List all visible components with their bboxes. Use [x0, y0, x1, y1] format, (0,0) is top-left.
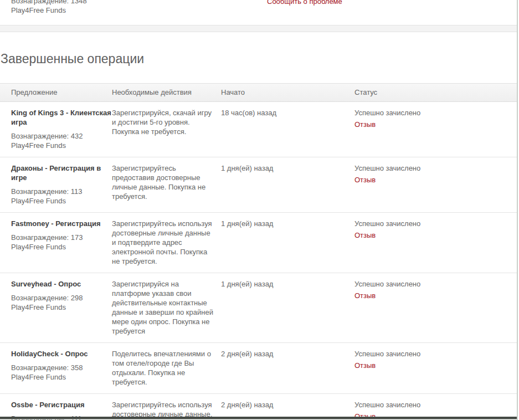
table-row: Fastmoney - Регистрация Вознаграждение: …	[0, 213, 517, 273]
table-header-row: Предложение Необходимые действия Начато …	[0, 83, 517, 102]
started-time: 1 дня(ей) назад	[221, 163, 354, 173]
offer-title: HolidayCheck - Опрос	[11, 349, 112, 358]
column-header-started: Начато	[221, 84, 354, 96]
previous-offer-reward: Вознаграждение: 1348 Play4Free Funds	[11, 0, 111, 15]
page: Вознаграждение: 1348 Play4Free Funds Соо…	[0, 0, 518, 420]
previous-table-footer-band	[0, 25, 517, 32]
started-time: 2 дня(ей) назад	[221, 400, 354, 409]
started-time: 2 дня(ей) назад	[221, 349, 354, 358]
offer-reward: Вознаграждение: 113 Play4Free Funds	[11, 187, 112, 206]
report-problem-link[interactable]: Сообщить о проблеме	[267, 0, 342, 6]
completed-operations-table: Предложение Необходимые действия Начато …	[0, 83, 517, 420]
column-header-offer: Предложение	[0, 84, 112, 96]
started-time: 1 дня(ей) назад	[221, 219, 354, 228]
table-row: HolidayCheck - Опрос Вознаграждение: 358…	[0, 343, 517, 394]
review-link[interactable]: Отзыв	[354, 361, 376, 370]
table-row: Драконы - Регистрация в игре Вознагражде…	[0, 157, 517, 213]
offer-title: Surveyhead - Опрос	[11, 279, 112, 289]
column-header-status: Статус	[354, 84, 517, 96]
required-action: Зарегистрируйтесь используя достоверные …	[112, 219, 221, 266]
offer-title: Fastmoney - Регистрация	[11, 219, 112, 228]
bottom-dark-divider	[0, 417, 517, 419]
required-action: Зарегистрируйся, скачай игру и достигни …	[112, 108, 221, 136]
table-row: Surveyhead - Опрос Вознаграждение: 298 P…	[0, 273, 517, 343]
offer-title: Ossbe - Регистрация	[11, 400, 112, 409]
column-header-actions: Необходимые действия	[112, 84, 221, 96]
required-action: Зарегистрируйтесь предоставив достоверны…	[112, 163, 221, 201]
status-text: Успешно зачислено	[354, 163, 517, 173]
started-time: 18 час(ов) назад	[221, 108, 354, 117]
status-text: Успешно зачислено	[354, 400, 517, 409]
offer-reward: Вознаграждение: 358 Play4Free Funds	[11, 363, 112, 382]
review-link[interactable]: Отзыв	[354, 291, 376, 300]
offer-title: Драконы - Регистрация в игре	[11, 163, 112, 182]
status-text: Успешно зачислено	[354, 219, 517, 228]
required-action: Зарегистрируйся на платформе указав свои…	[112, 279, 221, 336]
page-title: Завершенные операции	[1, 52, 144, 66]
review-link[interactable]: Отзыв	[354, 120, 376, 129]
offer-reward: Вознаграждение: 432 Play4Free Funds	[11, 131, 112, 150]
required-action: Поделитесь впечатлениями о том отеле/гор…	[112, 349, 221, 387]
offer-reward: Вознаграждение: 173 Play4Free Funds	[11, 233, 112, 252]
previous-table-partial-row: Вознаграждение: 1348 Play4Free Funds Соо…	[0, 0, 517, 25]
status-text: Успешно зачислено	[354, 279, 517, 289]
review-link[interactable]: Отзыв	[354, 175, 376, 185]
offer-reward: Вознаграждение: 298 Play4Free Funds	[11, 293, 112, 312]
status-text: Успешно зачислено	[354, 349, 517, 358]
table-row: Ossbe - Регистрация Вознаграждение: 111 …	[0, 394, 517, 420]
started-time: 1 дня(ей) назад	[221, 279, 354, 289]
review-link[interactable]: Отзыв	[354, 231, 376, 240]
offer-title: King of Kings 3 - Клиентская игра	[11, 108, 112, 127]
status-text: Успешно зачислено	[354, 108, 517, 117]
table-row: King of Kings 3 - Клиентская игра Вознаг…	[0, 102, 517, 157]
